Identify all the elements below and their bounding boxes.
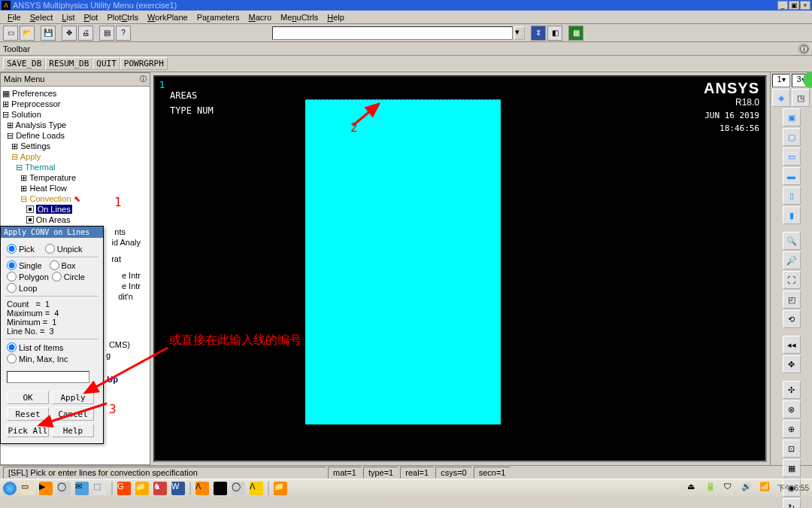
task-icon[interactable]: ⬚ [93,482,107,495]
menu-parameters[interactable]: Parameters [192,13,244,22]
menu-workplane[interactable]: WorkPlane [143,13,192,22]
resum-db-button[interactable]: RESUM_DB [45,57,92,70]
graphics-canvas[interactable]: 1 AREAS TYPE NUM ANSYS R18.0 JUN 16 2019… [153,75,767,462]
left-view-icon[interactable]: ▯ [783,187,801,205]
maximize-button[interactable]: ▣ [789,1,799,10]
bottom-view-icon[interactable]: ▬ [783,167,801,185]
menu-macro[interactable]: Macro [244,13,277,22]
right-view-icon[interactable]: ▮ [783,206,801,224]
command-input[interactable] [272,26,513,40]
list-items-radio[interactable]: List of Items [7,342,63,352]
tray-icon[interactable]: 🔊 [741,482,755,495]
shade-icon[interactable]: ⊕ [783,420,801,438]
zoom-window-icon[interactable]: ◰ [783,291,801,309]
back-view-icon[interactable]: ▢ [783,128,801,146]
open-icon[interactable]: 📂 [20,26,35,41]
task-icon[interactable]: ✉ [75,482,89,495]
top-view-icon[interactable]: ▭ [783,148,801,166]
tree-temperature[interactable]: Temperature [29,173,76,182]
wireframe-icon[interactable]: ⊗ [783,400,801,418]
graph-icon[interactable]: ▦ [568,26,583,41]
oblique-view-icon[interactable]: ◳ [792,89,810,107]
close-button[interactable]: × [800,1,810,10]
task-icon[interactable]: W [171,482,185,495]
task-app-icon[interactable]: Λ [195,482,209,495]
tree-analysis-type[interactable]: Analysis Type [16,120,67,129]
save-icon[interactable]: 💾 [41,26,56,41]
status-csys: csys=0 [435,467,472,479]
report-icon[interactable]: ▤ [99,26,114,41]
axes-icon[interactable]: ⊡ [783,440,801,458]
zoom-in-icon[interactable]: 🔎 [783,251,801,269]
tree-thermal[interactable]: Thermal [25,163,55,172]
mainmenu-info-icon[interactable]: ⓘ [140,75,147,84]
task-icon[interactable]: 📁 [135,482,149,495]
contour-icon[interactable]: ◧ [547,26,562,41]
minimize-button[interactable]: _ [777,1,788,10]
quit-button[interactable]: QUIT [92,57,120,70]
task-app-icon[interactable]: Λ [250,482,263,495]
new-icon[interactable]: ▭ [3,26,18,41]
view-select-a[interactable]: 1▾ [772,74,790,87]
tree-settings[interactable]: Settings [20,141,50,151]
tray-icon[interactable]: 📶 [759,482,773,495]
tree-on-areas[interactable]: On Areas [36,215,71,224]
taskbar-clock[interactable]: 下午 6:55 [777,483,809,494]
tray-icon[interactable]: ⏏ [687,482,701,495]
menu-help[interactable]: Help [323,13,349,22]
tree-preprocessor[interactable]: Preprocessor [11,99,60,108]
tray-icon[interactable]: 🛡 [723,482,737,495]
menu-menuctrls[interactable]: MenuCtrls [276,13,323,22]
single-radio[interactable]: Single [7,260,42,270]
print-icon[interactable]: 🖨 [78,26,93,41]
menu-file[interactable]: File [3,13,26,22]
menu-plotctrls[interactable]: PlotCtrls [102,13,143,22]
annotation-num2: 2 [350,120,358,135]
min-max-radio[interactable]: Min, Max, Inc [7,354,68,364]
grid-icon[interactable]: ▦ [783,459,801,477]
toolbar-info-icon[interactable]: ⓘ [798,44,809,54]
menu-select[interactable]: Select [26,13,58,22]
pan-icon[interactable]: ✥ [62,26,77,41]
pick-icon[interactable]: ✣ [783,381,801,399]
task-icon[interactable]: ▶ [39,482,53,495]
tree-on-lines[interactable]: On Lines [36,205,72,214]
tree-heat-flow[interactable]: Heat Flow [30,184,68,193]
zoom-fit-icon[interactable]: 🔍 [783,232,801,250]
menu-list[interactable]: List [57,13,79,22]
tree-preferences[interactable]: Preferences [12,89,56,98]
command-dropdown[interactable]: ▾ [514,26,525,40]
raise-icon[interactable]: ⇕ [531,26,546,41]
pick-radio[interactable]: Pick [7,244,35,254]
box-radio[interactable]: Box [50,260,76,270]
tree-define-loads[interactable]: Define Loads [16,131,65,140]
prev-icon[interactable]: ◂◂ [783,336,801,354]
zoom-box-icon[interactable]: ⛶ [783,271,801,289]
start-icon[interactable] [3,482,17,495]
help-icon[interactable]: ? [116,26,131,41]
refresh-icon[interactable]: ↻ [783,498,801,508]
polygon-radio[interactable]: Polygon [7,272,49,281]
unpick-radio[interactable]: Unpick [45,244,83,254]
task-icon[interactable]: ♞ [153,482,167,495]
loop-radio[interactable]: Loop [7,283,37,293]
task-icon[interactable]: G [117,482,131,495]
model-area[interactable] [305,99,501,424]
task-app-icon[interactable]: Λ [214,482,227,495]
dyn-rotate-icon[interactable]: ✥ [783,355,801,373]
powrgrph-button[interactable]: POWRGRPH [120,57,168,70]
circle-radio[interactable]: Circle [52,272,85,281]
iso-view-icon[interactable]: ◈ [772,89,790,107]
menu-plot[interactable]: Plot [79,13,102,22]
task-icon[interactable]: ▭ [21,482,35,495]
task-icon[interactable]: ◯ [57,482,71,495]
tree-apply[interactable]: Apply [20,152,41,161]
rotate-icon[interactable]: ⟲ [783,310,801,328]
front-view-icon[interactable]: ▣ [783,108,801,126]
task-app-icon[interactable]: 📁 [274,482,287,495]
tree-solution[interactable]: Solution [11,110,41,119]
task-app-icon[interactable]: ◯ [232,482,245,495]
tray-icon[interactable]: 🔋 [705,482,719,495]
save-db-button[interactable]: SAVE_DB [3,57,45,70]
tree-convection[interactable]: Convection [30,194,71,203]
